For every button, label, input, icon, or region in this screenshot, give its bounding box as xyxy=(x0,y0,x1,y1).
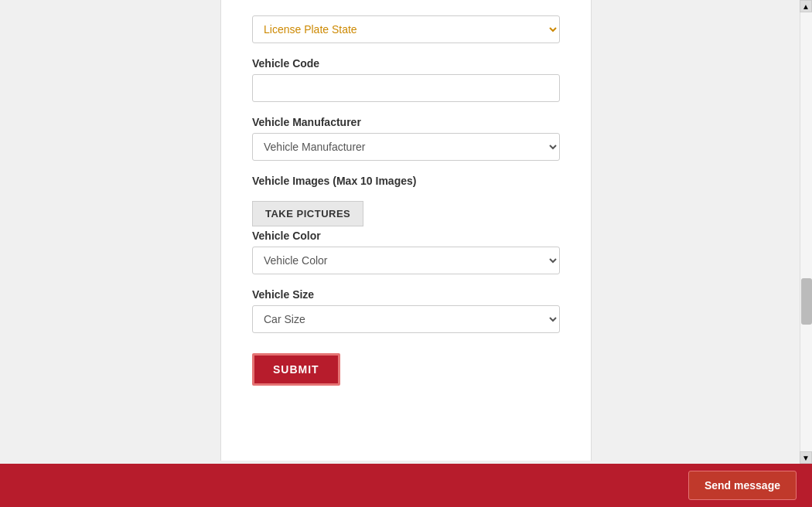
vehicle-color-label: Vehicle Color xyxy=(252,230,560,242)
vehicle-size-label: Vehicle Size xyxy=(252,288,560,301)
vehicle-color-group: Vehicle Color Vehicle Color Black White … xyxy=(252,230,560,274)
page-wrapper: License Plate State Vehicle Code Vehicle… xyxy=(0,0,812,507)
vehicle-size-select[interactable]: Car Size Small Medium Large SUV Truck xyxy=(252,305,560,333)
submit-group: SUBMIT xyxy=(252,347,560,386)
take-pictures-button[interactable]: TAKE PICTURES xyxy=(252,201,363,226)
scrollbar-arrow-down[interactable]: ▼ xyxy=(800,451,812,464)
bottom-bar: Send message xyxy=(0,464,812,507)
vehicle-color-select[interactable]: Vehicle Color Black White Silver Gray Re… xyxy=(252,247,560,274)
vehicle-images-label: Vehicle Images (Max 10 Images) xyxy=(252,175,560,187)
vehicle-code-label: Vehicle Code xyxy=(252,57,560,70)
vehicle-images-group: Vehicle Images (Max 10 Images) TAKE PICT… xyxy=(252,175,560,226)
vehicle-code-input[interactable] xyxy=(252,74,560,102)
vehicle-code-group: Vehicle Code xyxy=(252,57,560,102)
send-message-button[interactable]: Send message xyxy=(688,471,797,500)
submit-button[interactable]: SUBMIT xyxy=(252,353,340,386)
scrollbar-track: ▲ ▼ xyxy=(800,0,812,464)
vehicle-manufacturer-group: Vehicle Manufacturer Vehicle Manufacture… xyxy=(252,116,560,161)
vehicle-manufacturer-label: Vehicle Manufacturer xyxy=(252,116,560,128)
form-container: License Plate State Vehicle Code Vehicle… xyxy=(220,0,592,461)
license-plate-state-group: License Plate State xyxy=(252,15,560,43)
vehicle-manufacturer-select[interactable]: Vehicle Manufacturer xyxy=(252,133,560,161)
license-plate-state-select[interactable]: License Plate State xyxy=(252,15,560,43)
scrollbar-thumb[interactable] xyxy=(801,278,812,325)
vehicle-size-group: Vehicle Size Car Size Small Medium Large… xyxy=(252,288,560,333)
scrollbar-arrow-up[interactable]: ▲ xyxy=(800,0,812,12)
